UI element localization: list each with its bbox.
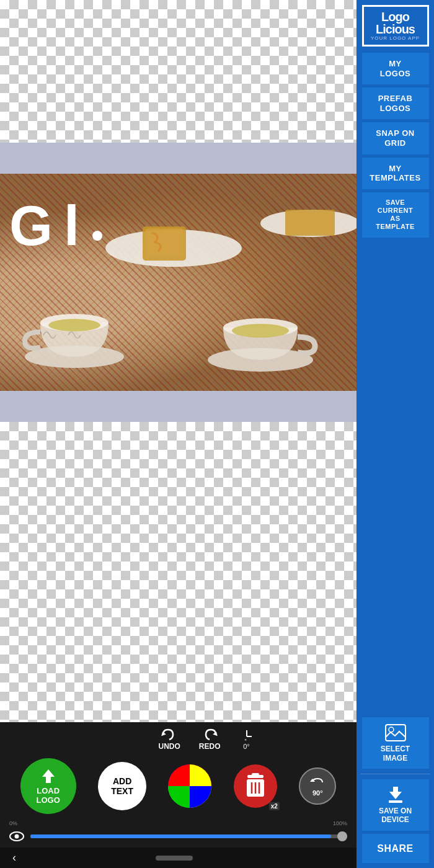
image-icon bbox=[384, 723, 407, 742]
sidebar-btn-select-image[interactable]: SELECT IMAGE bbox=[362, 717, 429, 769]
opacity-percent-labels: 0% 100% bbox=[0, 820, 356, 828]
bottom-toolbar: UNDO REDO + 0° bbox=[0, 722, 356, 868]
sidebar-btn-my-templates[interactable]: MY TEMPLATES bbox=[362, 158, 429, 189]
canvas-photo-area[interactable]: G l bbox=[0, 174, 356, 391]
svg-marker-20 bbox=[42, 769, 55, 783]
nav-pill bbox=[156, 856, 193, 861]
canvas-blue-strip-top bbox=[0, 143, 356, 174]
svg-rect-22 bbox=[190, 764, 211, 786]
svg-point-36 bbox=[389, 727, 394, 732]
sidebar-btn-share[interactable]: SHARE bbox=[362, 834, 429, 863]
undo-button[interactable]: UNDO bbox=[158, 727, 180, 751]
delete-button[interactable]: x2 bbox=[234, 764, 277, 808]
logo-brand: Logo Licious YOUR LOGO APP bbox=[362, 5, 429, 47]
nav-bar: ‹ bbox=[0, 848, 356, 868]
svg-rect-23 bbox=[168, 786, 190, 808]
brand-logo-line2: Licious bbox=[366, 23, 425, 35]
load-logo-button[interactable]: LOAD LOGO bbox=[20, 758, 76, 814]
upload-icon bbox=[39, 768, 58, 784]
canvas-checker-top[interactable] bbox=[0, 0, 356, 143]
angle-control[interactable]: + 0° bbox=[239, 728, 254, 750]
svg-point-34 bbox=[15, 834, 19, 839]
canvas-area: G l bbox=[0, 0, 356, 868]
svg-rect-35 bbox=[386, 725, 405, 741]
svg-rect-21 bbox=[168, 764, 190, 786]
sidebar-btn-prefab-logos[interactable]: PREFAB LOGOS bbox=[362, 87, 429, 119]
brand-tagline: YOUR LOGO APP bbox=[366, 35, 425, 41]
sidebar-divider bbox=[360, 774, 430, 774]
opacity-thumb[interactable] bbox=[337, 831, 347, 841]
rotate-button[interactable]: 90° bbox=[299, 767, 336, 805]
download-icon bbox=[386, 785, 405, 804]
sidebar: Logo Licious YOUR LOGO APP MY LOGOS PREF… bbox=[356, 0, 434, 868]
sidebar-btn-save-template[interactable]: SAVE CURRENT AS TEMPLATE bbox=[362, 192, 429, 238]
rotate-icon bbox=[310, 776, 325, 789]
angle-icon: + bbox=[239, 728, 254, 743]
toolbar-top-row: UNDO REDO + 0° bbox=[0, 722, 356, 753]
trash-icon bbox=[244, 772, 267, 800]
redo-button[interactable]: REDO bbox=[199, 727, 221, 751]
nav-back-button[interactable]: ‹ bbox=[12, 851, 16, 864]
eye-icon bbox=[9, 830, 24, 843]
x2-badge: x2 bbox=[269, 802, 280, 810]
svg-rect-27 bbox=[252, 773, 259, 776]
color-picker-button[interactable] bbox=[168, 764, 211, 808]
add-text-button[interactable]: ADD TEXT bbox=[98, 762, 146, 810]
brand-logo-line1: Logo bbox=[366, 11, 425, 23]
svg-rect-24 bbox=[190, 786, 211, 808]
toolbar-main-row: LOAD LOGO ADD TEXT bbox=[0, 753, 356, 820]
svg-text:l: l bbox=[64, 195, 79, 254]
canvas-blue-strip-bottom bbox=[0, 391, 356, 422]
opacity-fill bbox=[30, 834, 331, 838]
svg-marker-37 bbox=[389, 787, 402, 799]
svg-text:+: + bbox=[244, 738, 247, 742]
app-container: G l bbox=[0, 0, 434, 868]
svg-point-2 bbox=[92, 231, 102, 241]
color-wheel-icon bbox=[168, 764, 211, 808]
sidebar-btn-snap-grid[interactable]: SNAP ON GRID bbox=[362, 122, 429, 154]
sidebar-btn-save-device[interactable]: SAVE ON DEVICE bbox=[362, 779, 429, 831]
svg-text:G: G bbox=[9, 195, 53, 254]
redo-icon bbox=[201, 727, 218, 741]
gl-logo-overlay[interactable]: G l bbox=[9, 192, 108, 261]
opacity-row bbox=[0, 828, 356, 848]
opacity-slider[interactable] bbox=[30, 834, 347, 838]
svg-rect-38 bbox=[389, 800, 402, 803]
undo-icon bbox=[161, 727, 178, 741]
sidebar-btn-my-logos[interactable]: MY LOGOS bbox=[362, 53, 429, 84]
